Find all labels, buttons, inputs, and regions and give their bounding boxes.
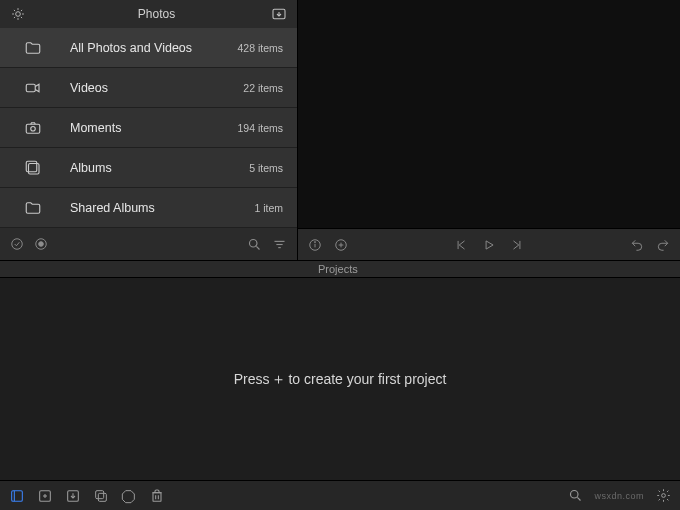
svg-rect-37	[96, 490, 104, 498]
sidebar-item-albums[interactable]: Albums 5 items	[0, 148, 297, 188]
svg-line-8	[21, 10, 22, 11]
play-icon[interactable]	[482, 238, 496, 252]
redo-icon[interactable]	[656, 238, 670, 252]
svg-point-15	[12, 239, 23, 250]
svg-point-41	[570, 491, 578, 499]
filter-icon[interactable]	[272, 237, 287, 252]
camera-icon	[22, 119, 44, 137]
preview-viewport	[298, 0, 680, 228]
svg-rect-13	[29, 163, 40, 174]
video-icon	[22, 79, 44, 97]
preview-pane	[298, 0, 680, 260]
empty-state-message: Press ＋ to create your first project	[234, 370, 447, 389]
library-icon[interactable]	[8, 488, 26, 504]
svg-point-17	[39, 242, 44, 247]
svg-rect-14	[26, 161, 37, 172]
search-icon[interactable]	[566, 488, 584, 503]
undo-icon[interactable]	[630, 238, 644, 252]
empty-prefix: Press	[234, 371, 270, 387]
svg-line-6	[21, 17, 22, 18]
media-sidebar: Photos All Photos and Videos 428 items	[0, 0, 298, 260]
sidebar-item-label: Shared Albums	[70, 201, 254, 215]
sidebar-item-count: 1 item	[254, 202, 283, 214]
projects-area: Press ＋ to create your first project	[0, 278, 680, 480]
bottom-toolbar: wsxdn.com	[0, 480, 680, 510]
info-icon[interactable]	[308, 238, 322, 252]
sidebar-item-videos[interactable]: Videos 22 items	[0, 68, 297, 108]
sidebar-item-count: 5 items	[249, 162, 283, 174]
sidebar-item-count: 428 items	[237, 42, 283, 54]
duplicate-icon[interactable]	[92, 488, 110, 504]
albums-icon	[22, 159, 44, 177]
sidebar-item-label: Videos	[70, 81, 243, 95]
sidebar-footer	[0, 228, 297, 260]
svg-point-18	[250, 239, 258, 247]
svg-rect-36	[98, 493, 106, 501]
preview-controls	[298, 228, 680, 260]
sidebar-header: Photos	[0, 0, 297, 28]
new-project-icon[interactable]	[36, 488, 54, 504]
svg-rect-11	[26, 124, 40, 133]
photos-app-icon	[10, 7, 26, 21]
svg-line-42	[577, 497, 580, 500]
watermark: wsxdn.com	[594, 491, 644, 501]
sidebar-item-count: 22 items	[243, 82, 283, 94]
download-icon[interactable]	[64, 488, 82, 504]
sidebar-item-shared-albums[interactable]: Shared Albums 1 item	[0, 188, 297, 228]
svg-rect-38	[153, 492, 161, 501]
empty-suffix: to create your first project	[288, 371, 446, 387]
sidebar-item-count: 194 items	[237, 122, 283, 134]
sidebar-item-label: Albums	[70, 161, 249, 175]
record-icon[interactable]	[34, 237, 48, 251]
select-toggle-icon[interactable]	[10, 237, 24, 251]
folder-icon	[22, 199, 44, 217]
svg-line-19	[256, 246, 259, 249]
sidebar-item-moments[interactable]: Moments 194 items	[0, 108, 297, 148]
sidebar-item-all-photos[interactable]: All Photos and Videos 428 items	[0, 28, 297, 68]
svg-line-5	[14, 10, 15, 11]
import-icon[interactable]	[271, 6, 287, 22]
prev-frame-icon[interactable]	[454, 238, 468, 252]
folder-icon	[22, 39, 44, 57]
next-frame-icon[interactable]	[510, 238, 524, 252]
svg-point-25	[315, 241, 316, 242]
sidebar-title: Photos	[26, 7, 287, 21]
svg-line-7	[14, 17, 15, 18]
sidebar-item-label: All Photos and Videos	[70, 41, 237, 55]
svg-rect-31	[12, 490, 23, 501]
svg-point-43	[661, 494, 665, 498]
search-icon[interactable]	[247, 237, 262, 252]
media-list: All Photos and Videos 428 items Videos 2…	[0, 28, 297, 228]
sidebar-item-label: Moments	[70, 121, 237, 135]
trash-icon[interactable]	[148, 488, 166, 504]
add-icon[interactable]	[334, 238, 348, 252]
settings-icon[interactable]	[654, 488, 672, 503]
plus-icon: ＋	[271, 370, 286, 389]
svg-point-0	[16, 12, 21, 17]
svg-point-12	[31, 126, 36, 131]
svg-rect-10	[26, 84, 35, 92]
tag-icon[interactable]	[120, 488, 138, 504]
projects-section-label: Projects	[0, 260, 680, 278]
